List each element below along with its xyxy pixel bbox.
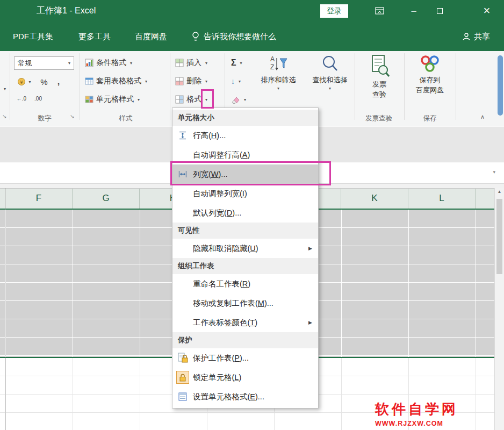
comma-style-button[interactable]: , [54,75,63,89]
left-clipped-dialog-launcher[interactable]: ↘ [2,113,6,119]
menu-item-label: 锁定单元格(L) [193,372,241,383]
format-as-table-icon [85,77,93,85]
vertical-scrollbar[interactable]: ▲ [494,188,504,430]
menu-item-label: 设置单元格格式(E)... [193,392,264,402]
svg-text:¥: ¥ [20,80,24,85]
menu-item-row-height[interactable]: 行高(H)... [172,126,318,145]
percent-style-button[interactable]: % [38,75,51,89]
insert-cells-icon [175,59,184,67]
chevron-down-icon: ▾ [205,79,207,84]
left-clipped-dropdown-icon[interactable]: ▾ [4,87,6,91]
menu-item-rename-sheet[interactable]: 重命名工作表(R) [172,274,318,293]
excel-window: 工作簿1 - Excel 登录 ─ × PDF工具集 更多工具 百度网盘 告诉我… [0,0,504,430]
baidu-netdisk-icon [419,54,441,74]
magnifier-icon [321,54,339,74]
cell-styles-icon [85,95,93,104]
number-format-combobox[interactable]: 常规 ▾ [14,56,74,70]
menu-item-format-cells-dialog[interactable]: 设置单元格格式(E)... [172,387,318,406]
currency-format-button[interactable]: ¥ ▾ [14,75,34,89]
menu-item-lock-cell[interactable]: 锁定单元格(L) [172,368,318,387]
insert-cells-button[interactable]: 插入 ▾ [173,55,210,70]
chevron-down-icon: ▾ [68,61,70,66]
menu-item-tab-color[interactable]: 工作表标签颜色(T) ▶ [172,313,318,332]
menu-section-organize-sheets: 组织工作表 [172,258,318,274]
cell-styles-button[interactable]: 单元格样式 ▾ [83,92,142,107]
formula-bar-expand-icon[interactable]: ▾ [493,169,495,175]
tab-pdf-tools[interactable]: PDF工具集 [13,22,53,51]
scroll-up-icon[interactable]: ▲ [495,189,504,194]
chevron-down-icon: ▾ [145,79,147,84]
group-divider [170,53,170,120]
close-button[interactable]: × [475,0,499,22]
minimize-button[interactable]: ─ [402,0,426,22]
delete-cells-icon [175,77,184,85]
conditional-formatting-icon [85,59,93,67]
tell-me-label: 告诉我你想要做什么 [204,22,276,51]
invoice-check-icon [369,54,390,78]
increase-decimal-button[interactable]: ←.0 [14,93,29,104]
conditional-formatting-button[interactable]: 条件格式 ▾ [83,55,134,70]
tell-me-box[interactable]: 告诉我你想要做什么 [191,22,276,51]
menu-section-cell-size: 单元格大小 [172,110,318,126]
format-as-table-button[interactable]: 套用表格格式 ▾ [83,74,149,89]
column-header[interactable]: F [5,189,73,209]
format-menu: 单元格大小 行高(H)... 自动调整行高(A) [172,108,319,408]
save-to-baidu-button[interactable]: 保存到 百度网盘 [406,54,453,95]
chevron-down-icon: ▾ [205,61,207,66]
menu-item-move-copy-sheet[interactable]: 移动或复制工作表(M)... [172,293,318,313]
invoice-check-button[interactable]: 发票 查验 [357,54,402,99]
login-button[interactable]: 登录 [320,4,348,18]
delete-label: 删除 [186,76,201,86]
insert-label: 插入 [186,58,201,68]
column-header[interactable]: L [408,189,476,209]
menu-item-label: 行高(H)... [193,131,226,141]
save-line1: 保存到 [420,75,441,85]
find-select-button[interactable]: 查找和选择 ▾ [305,54,355,91]
autosum-button[interactable]: Σ ▾ [229,55,244,70]
column-header[interactable]: G [73,189,140,209]
annotation-box-format-dropdown [201,89,214,109]
collapse-ribbon-icon[interactable]: ∧ [480,113,485,120]
number-format-value: 常规 [18,59,32,68]
column-header-partial[interactable] [476,189,494,209]
decrease-decimal-button[interactable]: .00 [31,93,45,104]
format-cells-dialog-icon [176,390,189,403]
menu-item-default-width[interactable]: 默认列宽(D)... [172,203,318,223]
chevron-down-icon: ▾ [244,97,246,102]
tab-more-tools[interactable]: 更多工具 [78,22,111,51]
menu-item-label: 工作表标签颜色(T) [193,318,257,328]
watermark-line1: 软件自学网 [375,400,477,419]
fill-down-icon: ↓ [231,77,235,85]
column-header[interactable]: K [341,189,408,209]
cell-styles-label: 单元格样式 [96,95,134,104]
svg-text:A: A [270,55,275,63]
chevron-down-icon: ▾ [329,86,331,91]
invoice-line1: 发票 [372,80,386,89]
chevron-down-icon: ▾ [240,61,242,66]
menu-item-protect-sheet[interactable]: 保护工作表(P)... [172,348,318,368]
number-dialog-launcher[interactable]: ↘ [70,113,74,119]
lightbulb-icon [191,31,200,41]
scrollbar-thumb[interactable] [496,199,502,274]
format-label: 格式 [186,95,201,104]
share-label: 共享 [474,22,490,51]
delete-cells-button[interactable]: 删除 ▾ [173,74,210,89]
menu-item-label: 自动调整列宽(I) [193,189,247,199]
save-group-label: 保存 [404,113,456,124]
menu-section-protection: 保护 [172,332,318,348]
clear-button[interactable]: ▾ [229,92,248,107]
sort-filter-button[interactable]: A Z 排序和筛选 ▾ [253,54,304,91]
menu-item-hide-unhide[interactable]: 隐藏和取消隐藏(U) ▶ [172,239,318,258]
tab-baidu-pan[interactable]: 百度网盘 [135,22,167,51]
ribbon-display-options-button[interactable] [368,0,391,22]
group-divider [80,53,80,120]
panel-scrollbar-thumb[interactable] [498,55,503,116]
ribbon-display-options-icon [375,7,384,15]
fill-button[interactable]: ↓ ▾ [229,74,243,89]
menu-item-autofit-column-width[interactable]: 自动调整列宽(I) [172,184,318,203]
conditional-formatting-label: 条件格式 [96,58,126,68]
row-height-icon [176,129,189,142]
maximize-button[interactable] [428,0,451,22]
share-button[interactable]: 共享 [462,22,490,51]
watermark-line2: WWW.RJZXW.COM [375,420,477,427]
